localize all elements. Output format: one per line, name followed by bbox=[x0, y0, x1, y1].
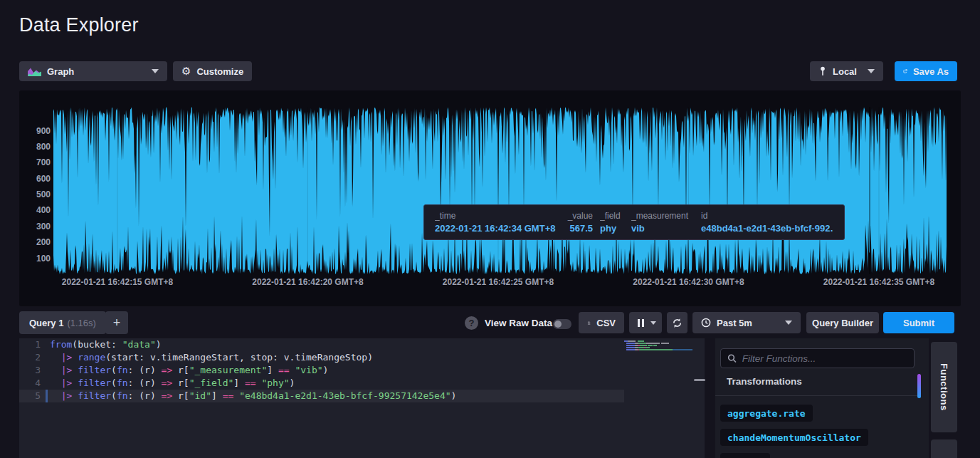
code-line[interactable]: 1from(bucket: "data") bbox=[19, 338, 705, 351]
minimap-row bbox=[624, 343, 702, 344]
graph-type-dropdown[interactable]: Graph bbox=[19, 61, 167, 81]
tooltip-column: _value567.5 bbox=[563, 211, 593, 234]
chevron-down-icon bbox=[152, 69, 159, 73]
code-text: from(bucket: "data") bbox=[41, 338, 162, 351]
function-chip[interactable]: aggregate.rate bbox=[720, 405, 813, 422]
pin-icon bbox=[818, 66, 827, 76]
chevron-down-icon bbox=[650, 321, 656, 325]
submit-button[interactable]: Submit bbox=[883, 312, 954, 333]
x-tick-label: 2022-01-21 16:42:30 GMT+8 bbox=[633, 277, 744, 287]
code-text: |> filter(fn: (r) => r["_measurement"] =… bbox=[41, 364, 328, 377]
minimap-row bbox=[624, 347, 702, 348]
function-search-box[interactable] bbox=[720, 348, 915, 368]
refresh-icon bbox=[672, 318, 683, 328]
query-builder-label: Query Builder bbox=[812, 318, 873, 328]
y-tick-label: 900 bbox=[22, 126, 51, 136]
chart-plot[interactable] bbox=[53, 107, 947, 274]
area-chart-icon bbox=[28, 67, 41, 76]
tooltip-value: 2022-01-21 16:42:34 GMT+8 bbox=[435, 223, 563, 234]
tooltip-column: _measurementvib bbox=[631, 211, 701, 234]
line-number: 5 bbox=[19, 390, 41, 402]
y-tick-label: 700 bbox=[22, 157, 51, 167]
functions-panel: Transformations aggregate.rate chandeMom… bbox=[715, 338, 929, 458]
help-icon[interactable]: ? bbox=[465, 316, 478, 330]
add-query-button[interactable]: + bbox=[105, 311, 128, 334]
view-raw-data-label: View Raw Data bbox=[485, 318, 552, 328]
tooltip-header: id bbox=[701, 211, 833, 221]
code-line[interactable]: 4 |> filter(fn: (r) => r["_field"] == "p… bbox=[19, 377, 705, 390]
clock-icon bbox=[701, 318, 711, 328]
tab-functions-label: Functions bbox=[939, 363, 949, 411]
y-tick-label: 400 bbox=[22, 205, 51, 215]
view-raw-data-toggle[interactable] bbox=[553, 319, 571, 329]
tooltip-value: phy bbox=[600, 223, 631, 234]
customize-button[interactable]: ⚙ Customize bbox=[173, 61, 252, 81]
y-tick-label: 600 bbox=[22, 174, 51, 184]
editor-minimap[interactable] bbox=[624, 340, 702, 351]
toggle-knob bbox=[554, 321, 562, 328]
time-range-label: Past 5m bbox=[717, 318, 752, 328]
function-chip[interactable]: chandeMomentumOscillator bbox=[720, 429, 868, 446]
chart-series-area bbox=[53, 108, 947, 275]
page-title: Data Explorer bbox=[19, 14, 139, 36]
pause-button[interactable] bbox=[629, 312, 662, 333]
customize-label: Customize bbox=[196, 66, 243, 77]
tab-functions[interactable]: Functions bbox=[931, 342, 957, 432]
code-line[interactable]: 5 |> filter(fn: (r) => r["id"] == "e48bd… bbox=[19, 390, 624, 402]
panel-resize-handle[interactable] bbox=[694, 379, 705, 381]
function-chip-partial[interactable] bbox=[720, 453, 770, 458]
line-number: 3 bbox=[19, 364, 41, 377]
download-icon bbox=[587, 318, 591, 328]
local-dropdown[interactable]: Local bbox=[810, 61, 883, 81]
csv-download-button[interactable]: CSV bbox=[579, 312, 624, 333]
tooltip-column: _fieldphy bbox=[600, 211, 631, 234]
divider bbox=[715, 395, 918, 396]
tab-secondary[interactable] bbox=[931, 439, 957, 458]
code-line[interactable]: 3 |> filter(fn: (r) => r["_measurement"]… bbox=[19, 364, 705, 377]
local-label: Local bbox=[833, 66, 857, 77]
function-search-input[interactable] bbox=[742, 353, 907, 364]
pause-icon bbox=[638, 319, 644, 327]
x-tick-label: 2022-01-21 16:42:15 GMT+8 bbox=[62, 277, 173, 287]
save-as-label: Save As bbox=[913, 66, 949, 77]
line-number: 1 bbox=[19, 338, 41, 351]
code-text: |> filter(fn: (r) => r["_field"] == "phy… bbox=[41, 377, 295, 390]
flux-code-editor[interactable]: 1from(bucket: "data")2 |> range(start: v… bbox=[19, 338, 705, 458]
tooltip-header: _time bbox=[435, 211, 563, 221]
chart-tooltip: _time2022-01-21 16:42:34 GMT+8_value567.… bbox=[423, 204, 845, 240]
chevron-down-icon bbox=[868, 69, 875, 73]
search-icon bbox=[727, 353, 737, 363]
tooltip-header: _measurement bbox=[631, 211, 701, 221]
time-range-dropdown[interactable]: Past 5m bbox=[692, 312, 801, 333]
save-as-button[interactable]: Save As bbox=[895, 61, 957, 81]
y-tick-label: 800 bbox=[22, 142, 51, 152]
minimap-row bbox=[624, 340, 702, 342]
code-text: |> filter(fn: (r) => r["id"] == "e48bd4a… bbox=[41, 390, 456, 402]
line-number: 4 bbox=[19, 377, 41, 390]
chart-panel: 900800700600500400300200100 2022-01-21 1… bbox=[19, 90, 961, 306]
gear-icon: ⚙ bbox=[181, 66, 191, 77]
code-text: |> range(start: v.timeRangeStart, stop: … bbox=[41, 351, 373, 364]
tooltip-value: e48bd4a1-e2d1-43eb-bfcf-992… bbox=[701, 223, 833, 234]
chevron-down-icon bbox=[785, 321, 792, 325]
submit-label: Submit bbox=[903, 318, 934, 328]
minimap-row bbox=[624, 349, 702, 350]
tooltip-value: 567.5 bbox=[563, 223, 593, 234]
y-tick-label: 100 bbox=[22, 254, 51, 264]
x-tick-label: 2022-01-21 16:42:35 GMT+8 bbox=[823, 277, 934, 287]
query-tab-label: Query 1 bbox=[29, 318, 63, 328]
panel-scrollbar[interactable] bbox=[917, 374, 921, 398]
tooltip-header: _field bbox=[600, 211, 631, 221]
data-explorer-page: Data Explorer Graph ⚙ Customize Local Sa… bbox=[0, 0, 980, 458]
x-tick-label: 2022-01-21 16:42:25 GMT+8 bbox=[443, 277, 554, 287]
code-line[interactable]: 2 |> range(start: v.timeRangeStart, stop… bbox=[19, 351, 705, 364]
tooltip-column: _time2022-01-21 16:42:34 GMT+8 bbox=[435, 211, 563, 234]
query-builder-button[interactable]: Query Builder bbox=[806, 312, 879, 333]
y-tick-label: 500 bbox=[22, 189, 51, 199]
line-number: 2 bbox=[19, 351, 41, 364]
tooltip-value: vib bbox=[631, 223, 701, 234]
query-tab[interactable]: Query 1 (1.16s) bbox=[19, 311, 106, 334]
refresh-button[interactable] bbox=[667, 312, 687, 333]
minimap-row bbox=[624, 345, 702, 346]
tooltip-header: _value bbox=[563, 211, 593, 221]
